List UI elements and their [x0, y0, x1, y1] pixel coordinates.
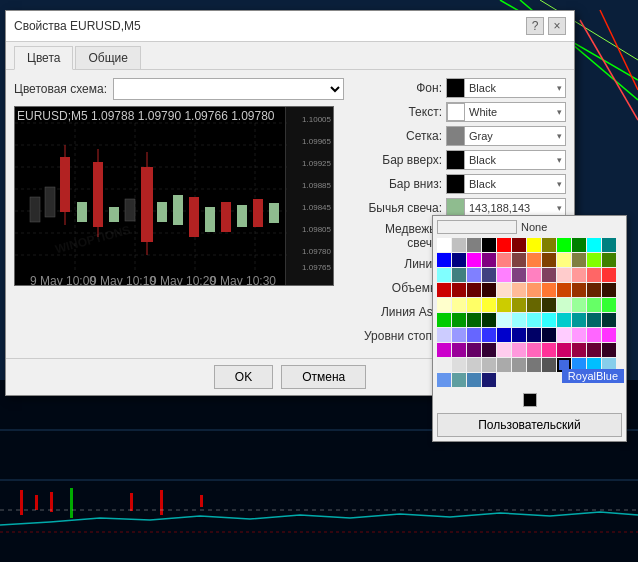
- color-cell[interactable]: [467, 343, 481, 357]
- color-cell[interactable]: [557, 283, 571, 297]
- color-cell[interactable]: [572, 328, 586, 342]
- color-cell[interactable]: [542, 253, 556, 267]
- black-swatch[interactable]: [523, 393, 537, 407]
- color-cell[interactable]: [542, 328, 556, 342]
- color-cell[interactable]: [587, 358, 601, 372]
- color-cell[interactable]: [467, 373, 481, 387]
- color-cell[interactable]: [572, 268, 586, 282]
- custom-color-button[interactable]: Пользовательский: [437, 413, 622, 437]
- color-cell[interactable]: [527, 313, 541, 327]
- color-cell[interactable]: [467, 298, 481, 312]
- color-cell[interactable]: [497, 343, 511, 357]
- color-cell[interactable]: [482, 268, 496, 282]
- color-cell[interactable]: [542, 343, 556, 357]
- color-cell[interactable]: [542, 358, 556, 372]
- color-cell[interactable]: [572, 253, 586, 267]
- color-cell[interactable]: [512, 283, 526, 297]
- color-cell[interactable]: [452, 358, 466, 372]
- color-cell[interactable]: [512, 238, 526, 252]
- color-cell[interactable]: [482, 298, 496, 312]
- color-cell[interactable]: [437, 298, 451, 312]
- color-cell[interactable]: [542, 313, 556, 327]
- color-scheme-select[interactable]: [113, 78, 344, 100]
- color-cell[interactable]: [437, 343, 451, 357]
- color-cell[interactable]: [572, 238, 586, 252]
- color-cell[interactable]: [557, 268, 571, 282]
- color-cell[interactable]: [452, 268, 466, 282]
- color-cell[interactable]: [437, 283, 451, 297]
- color-cell[interactable]: [452, 298, 466, 312]
- color-cell[interactable]: [557, 328, 571, 342]
- color-cell[interactable]: [452, 253, 466, 267]
- color-cell[interactable]: [497, 253, 511, 267]
- color-cell[interactable]: [497, 238, 511, 252]
- color-cell[interactable]: [527, 343, 541, 357]
- selector-text[interactable]: White ▾: [446, 102, 566, 122]
- color-cell[interactable]: [437, 328, 451, 342]
- color-cell[interactable]: [452, 373, 466, 387]
- color-cell[interactable]: [557, 313, 571, 327]
- color-cell[interactable]: [452, 328, 466, 342]
- color-cell[interactable]: [497, 283, 511, 297]
- color-cell[interactable]: [572, 283, 586, 297]
- color-cell[interactable]: [452, 313, 466, 327]
- color-cell[interactable]: [542, 238, 556, 252]
- selector-bar-up[interactable]: Black ▾: [446, 150, 566, 170]
- color-cell[interactable]: [587, 328, 601, 342]
- color-cell[interactable]: [467, 358, 481, 372]
- color-cell[interactable]: [572, 298, 586, 312]
- tab-general[interactable]: Общие: [75, 46, 140, 69]
- color-cell[interactable]: [602, 358, 616, 372]
- color-cell[interactable]: [602, 313, 616, 327]
- color-cell[interactable]: [512, 253, 526, 267]
- color-cell[interactable]: [512, 328, 526, 342]
- color-cell[interactable]: [587, 313, 601, 327]
- color-cell[interactable]: [482, 373, 496, 387]
- color-cell[interactable]: [437, 268, 451, 282]
- color-cell[interactable]: [512, 343, 526, 357]
- color-cell[interactable]: [527, 253, 541, 267]
- color-cell[interactable]: [497, 328, 511, 342]
- color-cell[interactable]: [527, 238, 541, 252]
- ok-button[interactable]: OK: [214, 365, 273, 389]
- color-cell[interactable]: [557, 358, 571, 372]
- color-cell[interactable]: [482, 358, 496, 372]
- color-cell[interactable]: [602, 238, 616, 252]
- color-cell[interactable]: [527, 358, 541, 372]
- color-cell[interactable]: [452, 238, 466, 252]
- color-cell[interactable]: [527, 268, 541, 282]
- color-cell[interactable]: [587, 298, 601, 312]
- color-cell[interactable]: [437, 313, 451, 327]
- color-cell[interactable]: [542, 298, 556, 312]
- color-cell[interactable]: [467, 313, 481, 327]
- help-button[interactable]: ?: [526, 17, 544, 35]
- color-cell[interactable]: [467, 253, 481, 267]
- color-cell[interactable]: [557, 253, 571, 267]
- color-cell[interactable]: [572, 358, 586, 372]
- color-cell[interactable]: [452, 283, 466, 297]
- selector-background[interactable]: Black ▾: [446, 78, 566, 98]
- color-cell[interactable]: [602, 343, 616, 357]
- color-cell[interactable]: [557, 238, 571, 252]
- color-cell[interactable]: [437, 238, 451, 252]
- color-cell[interactable]: [482, 328, 496, 342]
- color-cell[interactable]: [512, 268, 526, 282]
- color-cell[interactable]: [602, 328, 616, 342]
- color-cell[interactable]: [527, 298, 541, 312]
- color-cell[interactable]: [437, 358, 451, 372]
- color-cell[interactable]: [467, 268, 481, 282]
- color-cell[interactable]: [587, 238, 601, 252]
- color-cell[interactable]: [512, 358, 526, 372]
- color-cell[interactable]: [437, 253, 451, 267]
- color-cell[interactable]: [497, 268, 511, 282]
- selector-bar-down[interactable]: Black ▾: [446, 174, 566, 194]
- color-cell[interactable]: [527, 328, 541, 342]
- color-cell[interactable]: [467, 238, 481, 252]
- color-cell[interactable]: [557, 343, 571, 357]
- none-swatch[interactable]: [437, 220, 517, 234]
- color-cell[interactable]: [482, 253, 496, 267]
- color-cell[interactable]: [602, 268, 616, 282]
- color-cell[interactable]: [602, 283, 616, 297]
- color-cell[interactable]: [557, 298, 571, 312]
- color-cell[interactable]: [497, 358, 511, 372]
